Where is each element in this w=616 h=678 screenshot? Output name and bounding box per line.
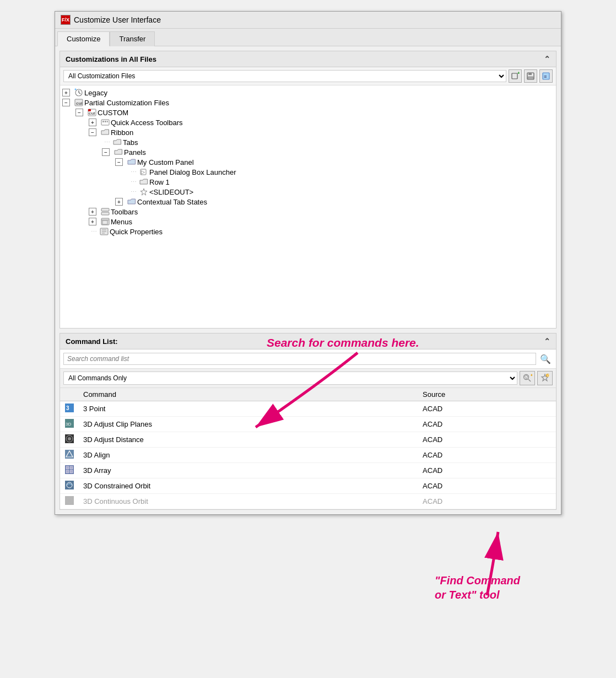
menus-icon xyxy=(101,217,110,226)
cmd-name-3d-dist: 3D Adjust Distance xyxy=(79,432,418,448)
tree-label-menus: Menus xyxy=(111,218,132,226)
tree-item-panel-dialog[interactable]: ⋯ ▷ Panel Dialog Box Launcher xyxy=(60,167,556,177)
svg-rect-0 xyxy=(512,73,517,79)
expander-menus[interactable]: + xyxy=(89,218,96,225)
svg-rect-23 xyxy=(101,208,109,211)
tree-item-menus[interactable]: + Menus xyxy=(60,217,556,227)
ribbon-folder-icon xyxy=(101,128,110,137)
svg-marker-22 xyxy=(141,189,147,195)
panels-folder-icon xyxy=(114,148,123,157)
tree-item-slideout[interactable]: ⋯ <SLIDEOUT> xyxy=(60,187,556,197)
tree-item-quick-props[interactable]: ⋯ Quick Properties xyxy=(60,227,556,236)
tabs-folder-icon xyxy=(113,138,122,147)
svg-rect-17 xyxy=(102,121,104,122)
cmd-icon-3d-array xyxy=(64,465,74,475)
cmd-source-3d-orbit: ACAD xyxy=(418,478,556,494)
customizations-panel: Customizations in All Files ⌃ All Custom… xyxy=(60,51,556,329)
tree-item-partial[interactable]: − cui Partial Customization Files xyxy=(60,98,556,107)
cmd-icon-3d-cont xyxy=(64,496,74,505)
tree-item-toolbars[interactable]: + Toolbars xyxy=(60,207,556,217)
table-row[interactable]: 3 3 Point ACAD xyxy=(60,401,556,417)
expander-legacy[interactable]: + xyxy=(62,89,70,96)
svg-line-9 xyxy=(79,93,80,94)
command-list-collapse-btn[interactable]: ⌃ xyxy=(544,337,550,346)
save-file-btn[interactable] xyxy=(524,69,537,83)
tab-bar: Customize Transfer xyxy=(55,29,561,46)
svg-rect-18 xyxy=(105,121,106,122)
cmd-icon-3d-align xyxy=(64,449,74,459)
window-title: Customize User Interface xyxy=(74,15,161,24)
svg-rect-49 xyxy=(66,466,69,469)
svg-point-45 xyxy=(68,437,71,440)
cui-icon: cui xyxy=(74,98,83,107)
tree-item-ribbon[interactable]: − Ribbon xyxy=(60,127,556,137)
tree-label-my-custom-panel: My Custom Panel xyxy=(137,158,194,166)
tree-label-legacy: Legacy xyxy=(84,89,107,97)
table-row[interactable]: 3D Continuous Orbit ACAD xyxy=(60,494,556,509)
svg-line-33 xyxy=(528,379,531,381)
svg-text:cui: cui xyxy=(76,101,83,106)
svg-rect-55 xyxy=(65,496,74,505)
tree-item-quick-toolbars[interactable]: + Quick Access Toolbars xyxy=(60,117,556,127)
tree-label-custom: CUSTOM xyxy=(98,109,128,117)
table-row[interactable]: 3D Constrained Orbit ACAD xyxy=(60,478,556,494)
col-command: Command xyxy=(79,388,418,401)
customizations-collapse-btn[interactable]: ⌃ xyxy=(544,55,550,63)
filter-dropdown[interactable]: All Commands Only xyxy=(63,372,517,385)
new-file-btn[interactable]: + xyxy=(509,69,522,83)
find-command-btn[interactable]: ✦ xyxy=(520,371,535,385)
svg-text:3D: 3D xyxy=(66,422,71,427)
cmd-name-3d-array: 3D Array xyxy=(79,463,418,478)
cui-red-icon: cui xyxy=(88,108,96,117)
expander-my-custom-panel[interactable]: − xyxy=(115,158,123,166)
app-icon: F/X xyxy=(61,15,71,25)
tree-item-custom[interactable]: − cui CUSTOM xyxy=(60,107,556,117)
quick-props-icon xyxy=(100,227,109,236)
table-row[interactable]: 3D Align ACAD xyxy=(60,448,556,463)
expander-ribbon[interactable]: − xyxy=(89,128,96,136)
tree-item-panels[interactable]: − Panels xyxy=(60,147,556,157)
tree-label-contextual: Contextual Tab States xyxy=(137,198,207,206)
cmd-icon-3d-clip: 3D xyxy=(64,418,74,428)
expander-partial[interactable]: − xyxy=(62,99,70,106)
load-file-btn[interactable]: ≡ xyxy=(539,69,553,83)
customizations-file-dropdown[interactable]: All Customization Files xyxy=(63,70,506,82)
search-input[interactable] xyxy=(63,353,536,365)
table-row[interactable]: 3D 3D Adjust Clip Planes ACAD xyxy=(60,417,556,432)
svg-text:⚙: ⚙ xyxy=(547,374,550,378)
tree-item-legacy[interactable]: + Legacy xyxy=(60,88,556,98)
svg-rect-52 xyxy=(70,470,73,473)
customizations-panel-header: Customizations in All Files ⌃ xyxy=(60,51,556,67)
expander-panels[interactable]: − xyxy=(102,148,110,156)
cmd-source-3d-array: ACAD xyxy=(418,463,556,478)
expander-toolbars[interactable]: + xyxy=(89,208,96,216)
cmd-name-3d-orbit: 3D Constrained Orbit xyxy=(79,478,418,494)
search-button[interactable]: 🔍 xyxy=(538,352,553,366)
customizations-toolbar: All Customization Files + xyxy=(60,67,556,85)
tree-item-my-custom-panel[interactable]: − My Custom Panel xyxy=(60,157,556,167)
cmd-icon-3d-orbit xyxy=(64,480,74,490)
cmd-icon-3pt: 3 xyxy=(64,403,74,413)
tree-item-tabs[interactable]: ⋯ Tabs xyxy=(60,137,556,147)
title-bar: F/X Customize User Interface xyxy=(55,12,561,29)
command-table-scroll[interactable]: Command Source 3 3 Point ACAD xyxy=(60,388,556,509)
tree-label-quick-props: Quick Properties xyxy=(110,228,163,236)
cmd-source-3d-dist: ACAD xyxy=(418,432,556,448)
table-row[interactable]: 3D Array ACAD xyxy=(60,463,556,478)
customizations-panel-title: Customizations in All Files xyxy=(66,55,156,63)
table-row[interactable]: 3D Adjust Distance ACAD xyxy=(60,432,556,448)
expander-quick-toolbars[interactable]: + xyxy=(89,119,96,126)
tree-label-tabs: Tabs xyxy=(123,138,138,147)
cmd-source-3d-cont: ACAD xyxy=(418,494,556,509)
tree-item-contextual[interactable]: + Contextual Tab States xyxy=(60,197,556,207)
svg-rect-3 xyxy=(528,73,532,75)
tree-item-row1[interactable]: ⋯ Row 1 xyxy=(60,177,556,187)
expander-contextual[interactable]: + xyxy=(115,198,123,206)
dialog-launcher-icon: ▷ xyxy=(139,168,148,176)
tab-transfer[interactable]: Transfer xyxy=(110,31,155,46)
tree-label-panel-dialog: Panel Dialog Box Launcher xyxy=(149,168,236,176)
expander-custom[interactable]: − xyxy=(75,109,83,116)
cui-window: F/X Customize User Interface Customize T… xyxy=(55,11,561,515)
new-command-btn[interactable]: ⚙ xyxy=(537,371,553,385)
tab-customize[interactable]: Customize xyxy=(57,31,110,46)
